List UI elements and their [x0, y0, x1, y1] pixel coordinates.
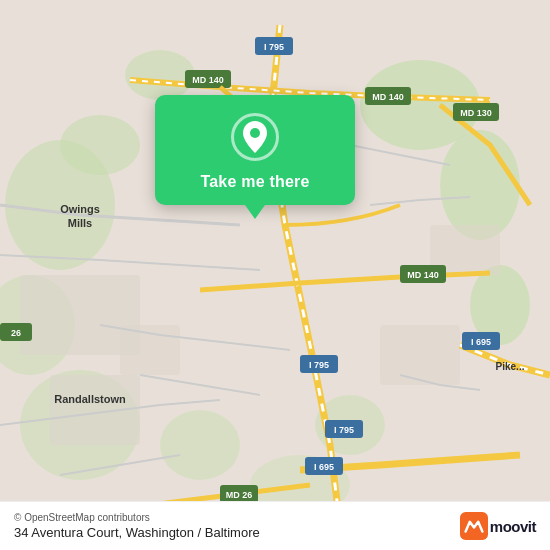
svg-text:Owings: Owings: [60, 203, 100, 215]
svg-point-2: [440, 130, 520, 240]
popup-card[interactable]: Take me there: [155, 95, 355, 205]
map-svg: I 795 I 795 I 795 I 795 MD 140 MD 140 MD…: [0, 0, 550, 550]
map-container: I 795 I 795 I 795 I 795 MD 140 MD 140 MD…: [0, 0, 550, 550]
moovit-brand-icon: [460, 512, 488, 540]
svg-text:I 695: I 695: [471, 337, 491, 347]
popup-label: Take me there: [200, 173, 309, 191]
moovit-wordmark: moovit: [490, 518, 536, 535]
svg-point-8: [160, 410, 240, 480]
svg-text:I 795: I 795: [334, 425, 354, 435]
svg-rect-14: [380, 325, 460, 385]
moovit-logo[interactable]: moovit: [460, 512, 536, 540]
svg-text:I 795: I 795: [309, 360, 329, 370]
svg-text:MD 26: MD 26: [226, 490, 253, 500]
svg-text:Randallstown: Randallstown: [54, 393, 126, 405]
svg-point-45: [250, 128, 260, 138]
svg-text:MD 130: MD 130: [460, 108, 492, 118]
location-icon-circle: [231, 113, 279, 161]
svg-text:26: 26: [11, 328, 21, 338]
svg-point-5: [60, 115, 140, 175]
svg-text:Pike...: Pike...: [496, 361, 525, 372]
svg-text:MD 140: MD 140: [192, 75, 224, 85]
address-text: 34 Aventura Court, Washington / Baltimor…: [14, 525, 260, 540]
location-pin-icon: [242, 121, 268, 153]
svg-text:I 795: I 795: [264, 42, 284, 52]
osm-credit: © OpenStreetMap contributors: [14, 512, 260, 523]
svg-point-10: [125, 50, 195, 100]
svg-text:MD 140: MD 140: [407, 270, 439, 280]
svg-text:MD 140: MD 140: [372, 92, 404, 102]
bottom-bar: © OpenStreetMap contributors 34 Aventura…: [0, 501, 550, 550]
svg-text:I 695: I 695: [314, 462, 334, 472]
bottom-left: © OpenStreetMap contributors 34 Aventura…: [14, 512, 260, 540]
svg-text:Mills: Mills: [68, 217, 92, 229]
